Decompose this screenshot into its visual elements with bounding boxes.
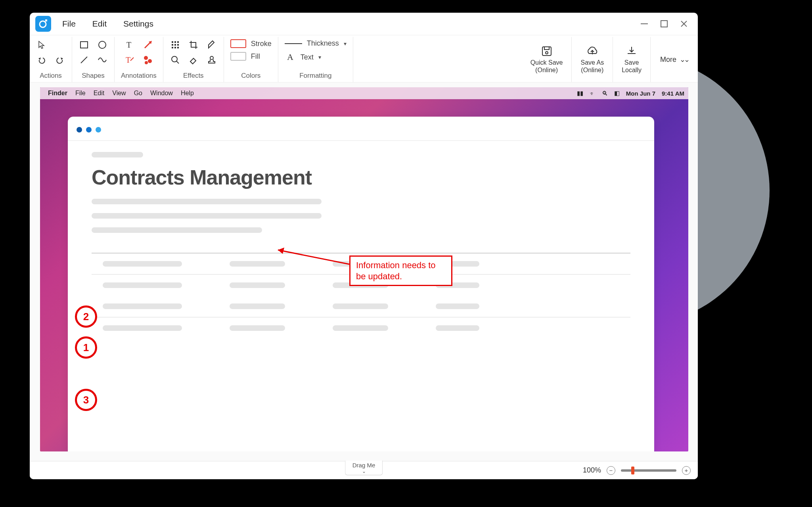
zoom-thumb[interactable] — [631, 467, 634, 474]
chevron-down-icon: ▾ — [344, 40, 347, 47]
menu-settings[interactable]: Settings — [123, 19, 153, 29]
svg-text:T: T — [126, 40, 131, 49]
svg-point-0 — [40, 21, 46, 27]
stamp-icon[interactable] — [206, 54, 217, 65]
wave-icon[interactable] — [97, 54, 108, 65]
placeholder — [92, 152, 143, 157]
annotation-arrow[interactable] — [270, 244, 353, 268]
mac-go: Go — [134, 90, 142, 97]
line-icon[interactable] — [79, 54, 90, 65]
save-icon — [541, 45, 553, 57]
blur-icon[interactable] — [170, 39, 181, 50]
stroke-swatch — [230, 39, 246, 48]
actions-label: Actions — [40, 72, 62, 80]
svg-point-26 — [172, 56, 177, 62]
text-callout-icon[interactable]: T — [124, 54, 135, 65]
thickness-label: Thickness — [307, 39, 339, 48]
tool-group-colors: Stroke Fill Colors — [224, 37, 278, 82]
tool-group-shapes: Shapes — [72, 37, 115, 82]
thickness-dropdown[interactable]: Thickness ▾ — [285, 39, 347, 48]
chevron-down-icon: ⌄ — [352, 469, 375, 474]
canvas-area[interactable]: Finder File Edit View Go Window Help ▮▮ … — [30, 83, 698, 461]
step-marker-1[interactable]: 1 — [75, 336, 97, 359]
save-local-button[interactable]: SaveLocally — [613, 37, 651, 82]
svg-rect-20 — [172, 44, 173, 46]
svg-rect-30 — [544, 47, 549, 50]
svg-rect-1 — [45, 19, 47, 21]
svg-rect-23 — [172, 47, 173, 48]
arrow-annotation-icon[interactable] — [142, 39, 153, 50]
battery-icon: ▮▮ — [577, 90, 583, 97]
menu-edit[interactable]: Edit — [92, 19, 107, 29]
line-sample-icon — [285, 43, 302, 44]
download-icon — [626, 45, 638, 57]
svg-line-27 — [176, 61, 179, 63]
circle-icon[interactable] — [97, 39, 108, 50]
table-row — [92, 296, 630, 317]
drag-handle[interactable]: Drag Me ⌄ — [345, 461, 383, 475]
tool-group-annotations: T T Annotations — [115, 37, 163, 82]
svg-point-7 — [99, 41, 106, 48]
tool-group-actions: Actions — [30, 37, 72, 82]
svg-line-13 — [130, 58, 134, 61]
eraser-icon[interactable] — [188, 54, 199, 65]
placeholder — [92, 199, 322, 204]
svg-text:T: T — [126, 56, 130, 64]
mac-date: Mon Jun 7 — [626, 90, 655, 97]
quick-save-sub: (Online) — [535, 67, 558, 73]
svg-point-31 — [546, 52, 548, 54]
svg-rect-3 — [661, 21, 667, 27]
mac-view: View — [112, 90, 126, 97]
tool-group-effects: Effects — [163, 37, 224, 82]
traffic-lights — [68, 125, 654, 135]
undo-icon[interactable] — [36, 54, 47, 65]
zoom-slider[interactable] — [621, 469, 676, 472]
step-marker-2[interactable]: 2 — [75, 305, 97, 328]
mac-edit: Edit — [94, 90, 105, 97]
traffic-dot — [96, 127, 101, 133]
menu-file[interactable]: File — [62, 19, 76, 29]
rectangle-icon[interactable] — [79, 39, 90, 50]
annotation-callout[interactable]: Information needs to be updated. — [349, 255, 452, 286]
svg-line-8 — [81, 57, 87, 63]
step-icon[interactable] — [142, 54, 153, 65]
highlighter-icon[interactable] — [206, 39, 217, 50]
tool-group-formatting: Thickness ▾ A Text ▾ Formatting — [278, 37, 353, 82]
fill-swatch — [230, 52, 246, 61]
text-format-dropdown[interactable]: A Text ▾ — [285, 52, 347, 63]
save-as-label: Save As — [580, 59, 604, 66]
svg-point-14 — [144, 56, 148, 60]
svg-rect-25 — [177, 47, 179, 48]
control-center-icon: ◧ — [614, 90, 620, 97]
search-icon: 🔍︎ — [602, 90, 608, 97]
maximize-button[interactable] — [660, 19, 668, 28]
text-icon[interactable]: T — [124, 39, 135, 50]
titlebar: File Edit Settings — [30, 13, 698, 35]
cursor-icon[interactable] — [36, 39, 47, 50]
placeholder — [92, 213, 322, 219]
crop-icon[interactable] — [188, 39, 199, 50]
magnify-icon[interactable] — [170, 54, 181, 65]
effects-label: Effects — [183, 72, 204, 80]
double-chevron-icon: ⌄⌄ — [680, 55, 688, 64]
close-button[interactable] — [680, 19, 688, 28]
app-logo — [35, 16, 51, 32]
minimize-button[interactable] — [640, 19, 649, 28]
fill-label: Fill — [251, 52, 260, 61]
fill-color[interactable]: Fill — [230, 52, 272, 61]
drag-label: Drag Me — [352, 462, 375, 469]
redo-icon[interactable] — [54, 54, 65, 65]
zoom-in-button[interactable]: + — [682, 466, 691, 475]
stroke-label: Stroke — [251, 40, 272, 48]
save-as-button[interactable]: Save As(Online) — [572, 37, 613, 82]
annotations-label: Annotations — [121, 72, 157, 80]
mac-file: File — [75, 90, 86, 97]
text-format-icon: A — [285, 52, 296, 63]
step-marker-3[interactable]: 3 — [75, 389, 97, 411]
more-button[interactable]: More ⌄⌄ — [651, 37, 698, 82]
zoom-level: 100% — [583, 466, 601, 474]
quick-save-button[interactable]: Quick Save(Online) — [522, 37, 572, 82]
zoom-out-button[interactable]: − — [607, 466, 615, 475]
save-as-sub: (Online) — [581, 67, 603, 73]
stroke-color[interactable]: Stroke — [230, 39, 272, 48]
